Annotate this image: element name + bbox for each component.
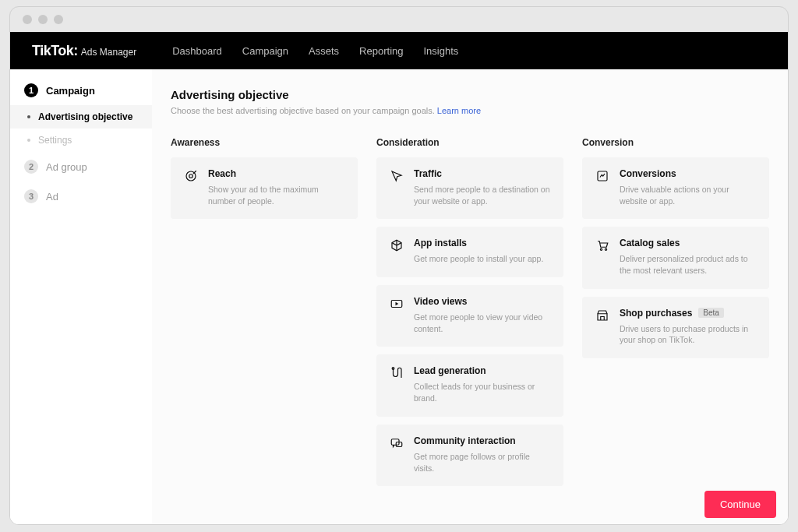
objective-reach[interactable]: Reach Show your ad to the maximum number…	[171, 157, 358, 219]
substep-advertising-objective[interactable]: Advertising objective	[10, 105, 152, 129]
box-icon	[389, 238, 404, 253]
card-title: Reach	[208, 168, 236, 179]
objective-catalog-sales[interactable]: Catalog sales Deliver personalized produ…	[582, 227, 769, 288]
card-desc: Drive users to purchase products in your…	[620, 323, 757, 346]
card-desc: Get more page follows or profile visits.	[414, 451, 551, 474]
card-title: Video views	[414, 296, 467, 307]
video-icon	[389, 296, 404, 312]
svg-point-7	[600, 249, 602, 251]
column-awareness: Awareness Reach Show your ad to the maxi…	[171, 137, 358, 494]
card-title: Traffic	[414, 168, 442, 179]
card-title: Catalog sales	[620, 238, 680, 248]
page-title: Advertising objective	[171, 88, 769, 101]
objective-lead-generation[interactable]: Lead generation Collect leads for your b…	[376, 354, 563, 416]
substep-label: Advertising objective	[38, 111, 132, 122]
step-label: Campaign	[46, 85, 95, 97]
step-number: 3	[24, 189, 38, 203]
card-title: Community interaction	[414, 435, 516, 446]
nav-reporting[interactable]: Reporting	[359, 45, 403, 57]
card-desc: Deliver personalized product ads to the …	[620, 253, 757, 276]
cursor-icon	[389, 168, 404, 184]
objective-conversions[interactable]: Conversions Drive valuable actions on yo…	[582, 157, 769, 219]
traffic-zoom-icon[interactable]	[54, 15, 63, 24]
step-ad[interactable]: 3 Ad	[10, 181, 152, 211]
card-title: Conversions	[620, 168, 676, 179]
sidebar: 1 Campaign Advertising objective Setting…	[10, 69, 152, 524]
browser-titlebar	[10, 7, 788, 32]
card-desc: Drive valuable actions on your website o…	[620, 184, 757, 206]
top-nav: TikTok: Ads Manager Dashboard Campaign A…	[10, 32, 788, 69]
step-label: Ad group	[46, 161, 87, 173]
nav-dashboard[interactable]: Dashboard	[172, 45, 222, 57]
bullet-icon	[27, 115, 30, 118]
bullet-icon	[27, 139, 30, 142]
app: TikTok: Ads Manager Dashboard Campaign A…	[10, 32, 788, 524]
objective-video-views[interactable]: Video views Get more people to view your…	[376, 285, 563, 347]
card-desc: Show your ad to the maximum number of pe…	[208, 184, 345, 206]
step-campaign[interactable]: 1 Campaign	[10, 76, 152, 105]
convert-icon	[595, 168, 610, 184]
step-number: 2	[24, 160, 38, 174]
main-panel: Advertising objective Choose the best ad…	[152, 69, 788, 524]
column-consideration: Consideration Traffic Send more people t…	[376, 137, 563, 494]
shop-icon	[595, 308, 610, 323]
nav-assets[interactable]: Assets	[309, 45, 339, 57]
column-title: Consideration	[376, 137, 563, 148]
substep-settings[interactable]: Settings	[10, 129, 152, 152]
substep-label: Settings	[38, 135, 72, 146]
traffic-close-icon[interactable]	[23, 15, 32, 24]
objective-columns: Awareness Reach Show your ad to the maxi…	[171, 137, 769, 494]
nav-campaign[interactable]: Campaign	[242, 45, 288, 57]
svg-point-1	[189, 174, 193, 178]
svg-point-8	[605, 249, 606, 251]
chat-icon	[389, 435, 404, 451]
target-icon	[183, 168, 199, 184]
content: 1 Campaign Advertising objective Setting…	[10, 69, 788, 524]
objective-traffic[interactable]: Traffic Send more people to a destinatio…	[376, 157, 563, 219]
continue-button[interactable]: Continue	[704, 491, 776, 518]
card-desc: Collect leads for your business or brand…	[414, 381, 551, 403]
browser-frame: TikTok: Ads Manager Dashboard Campaign A…	[9, 6, 789, 525]
card-desc: Get more people to install your app.	[414, 253, 551, 265]
lead-icon	[389, 365, 404, 381]
card-desc: Get more people to view your video conte…	[414, 312, 551, 334]
beta-badge: Beta	[698, 308, 724, 318]
brand: TikTok: Ads Manager	[32, 43, 136, 59]
card-title: App installs	[414, 238, 467, 248]
column-title: Conversion	[582, 137, 769, 148]
nav-insights[interactable]: Insights	[423, 45, 458, 57]
cart-icon	[595, 238, 610, 253]
traffic-minimize-icon[interactable]	[38, 15, 48, 24]
step-label: Ad	[46, 191, 58, 203]
card-title: Lead generation	[414, 365, 486, 376]
objective-app-installs[interactable]: App installs Get more people to install …	[376, 227, 563, 277]
objective-community-interaction[interactable]: Community interaction Get more page foll…	[376, 425, 563, 486]
card-title: Shop purchases	[620, 308, 692, 319]
brand-subtitle: Ads Manager	[81, 47, 136, 58]
page-description: Choose the best advertising objective ba…	[171, 106, 769, 115]
step-number: 1	[24, 83, 38, 97]
card-desc: Send more people to a destination on you…	[414, 184, 551, 206]
objective-shop-purchases[interactable]: Shop purchases Beta Drive users to purch…	[582, 297, 769, 358]
step-ad-group[interactable]: 2 Ad group	[10, 152, 152, 181]
column-title: Awareness	[171, 137, 358, 148]
learn-more-link[interactable]: Learn more	[437, 106, 481, 115]
nav-items: Dashboard Campaign Assets Reporting Insi…	[172, 45, 458, 57]
column-conversion: Conversion Conversions Drive valuable ac…	[582, 137, 769, 494]
brand-logo: TikTok:	[32, 43, 78, 59]
